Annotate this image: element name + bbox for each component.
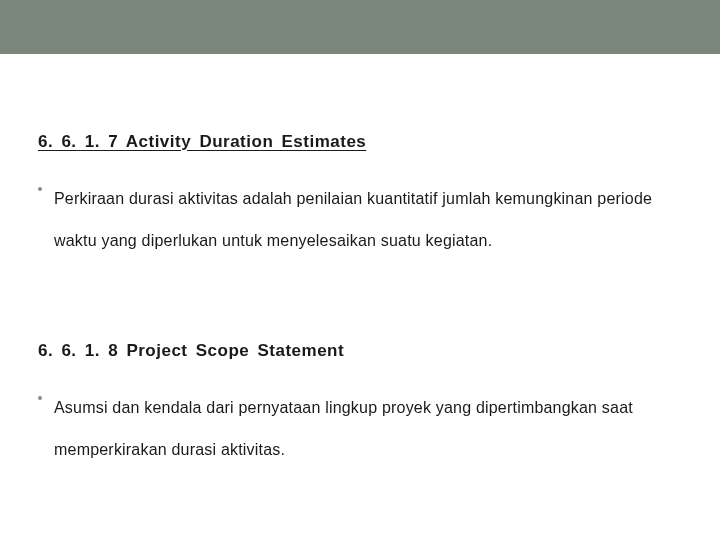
bullet-dot-icon — [38, 396, 42, 400]
section-heading-1: 6. 6. 1. 7 Activity Duration Estimates — [38, 132, 688, 152]
bullet-dot-icon — [38, 187, 42, 191]
section-heading-2: 6. 6. 1. 8 Project Scope Statement — [38, 341, 688, 361]
slide-top-bar — [0, 0, 720, 54]
slide-content: 6. 6. 1. 7 Activity Duration Estimates P… — [0, 132, 720, 470]
bullet-item: Asumsi dan kendala dari pernyataan lingk… — [38, 387, 688, 470]
bullet-text: Perkiraan durasi aktivitas adalah penila… — [54, 178, 688, 261]
bullet-item: Perkiraan durasi aktivitas adalah penila… — [38, 178, 688, 261]
bullet-text: Asumsi dan kendala dari pernyataan lingk… — [54, 387, 688, 470]
